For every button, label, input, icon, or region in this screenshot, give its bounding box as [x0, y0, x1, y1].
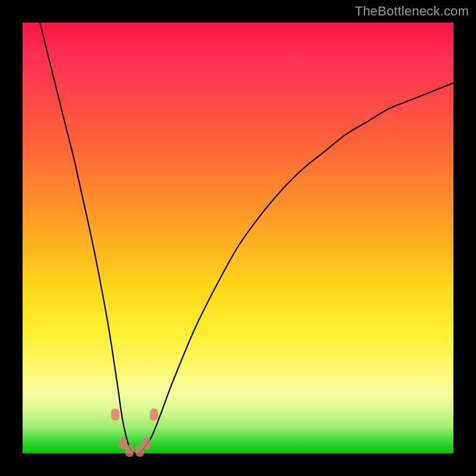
watermark-text: TheBottleneck.com: [355, 4, 469, 19]
bottleneck-curve: [40, 23, 453, 454]
curve-marker: [142, 437, 151, 449]
marker-group: [111, 409, 158, 457]
chart-svg: [23, 23, 453, 453]
curve-marker: [126, 445, 134, 457]
curve-marker: [150, 409, 158, 421]
plot-area: [23, 23, 453, 453]
chart-frame: TheBottleneck.com: [0, 0, 476, 476]
curve-marker: [111, 409, 120, 421]
